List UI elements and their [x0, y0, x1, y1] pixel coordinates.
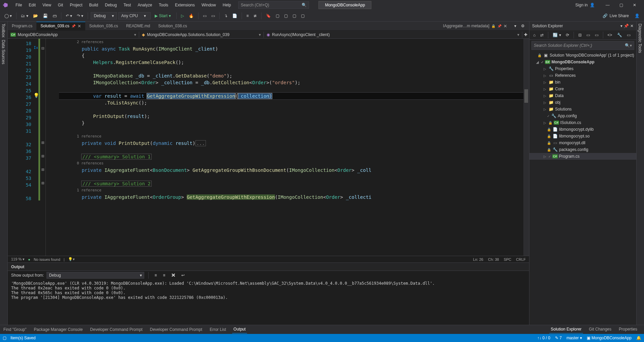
fold-toggle[interactable]: ⊟: [40, 45, 45, 52]
se-preview-icon[interactable]: ▭: [593, 32, 600, 38]
lightbulb-icon[interactable]: 💡: [33, 93, 38, 99]
tab-solution-039[interactable]: Solution_039.cs📌✕: [36, 22, 85, 30]
tab-overflow-button[interactable]: ▾: [513, 23, 518, 29]
toolbar-icon-1[interactable]: ▭: [201, 12, 208, 19]
sign-in-button[interactable]: Sign in👤: [575, 3, 595, 7]
menu-help[interactable]: Help: [219, 1, 235, 9]
menu-extensions[interactable]: Extensions: [172, 1, 198, 9]
start-debug-button[interactable]: ▶Start▾: [152, 12, 174, 19]
editor-vertical-scrollbar[interactable]: [523, 39, 529, 256]
btab-pmc[interactable]: Package Manager Console: [33, 326, 84, 333]
comment-out-button[interactable]: ≡: [245, 12, 250, 19]
fold-toggle[interactable]: ⊞: [40, 180, 45, 187]
btab-properties[interactable]: Properties: [617, 325, 639, 334]
se-showall-icon[interactable]: ▭: [585, 32, 592, 38]
output-clear-button[interactable]: 🗙: [170, 272, 177, 279]
platform-dropdown[interactable]: Any CPU▾: [118, 12, 151, 20]
nav-class-dropdown[interactable]: ◆MongoDBConsoleApp.Solutions.Solution_03…: [139, 32, 264, 38]
redo-button[interactable]: ↷ ▾: [75, 12, 85, 19]
char-indicator[interactable]: Ch: 38: [488, 257, 499, 261]
zoom-picker[interactable]: 119 % ▾: [11, 257, 25, 261]
hot-reload-button[interactable]: 🔥: [187, 12, 195, 19]
fold-toggle[interactable]: ⊞: [40, 153, 45, 160]
uncomment-button[interactable]: ≢: [252, 12, 258, 19]
status-errors[interactable]: ↑↓ 0 / 0: [537, 336, 550, 340]
output-source-dropdown[interactable]: Debug▾: [47, 272, 144, 279]
menu-test[interactable]: Test: [120, 1, 134, 9]
save-button[interactable]: 💾: [41, 12, 50, 19]
toolbar-icon-c[interactable]: ▢: [291, 12, 298, 19]
line-indicator[interactable]: Ln: 26: [473, 257, 484, 261]
toolbar-icon-d[interactable]: ▢: [299, 12, 306, 19]
menu-analyze[interactable]: Analyze: [134, 1, 156, 9]
pin-icon[interactable]: 📌: [497, 24, 501, 28]
nav-plus-button[interactable]: ✚: [522, 31, 529, 38]
panel-pin-icon[interactable]: 📌: [624, 24, 629, 28]
se-switch-views-icon[interactable]: ⇄: [539, 32, 545, 38]
lightbulb-icon[interactable]: 💡▾: [68, 257, 75, 261]
solution-tree[interactable]: 🔒▣Solution 'MongoDBConsoleApp' (1 of 1 p…: [529, 51, 636, 325]
app-name-button[interactable]: MongoDBConsoleApp: [318, 1, 371, 9]
config-dropdown[interactable]: Debug▾: [91, 12, 117, 20]
btab-errorlist[interactable]: Error List: [208, 326, 227, 333]
output-btn-2[interactable]: ≡: [161, 272, 167, 279]
window-minimize-button[interactable]: —: [601, 0, 614, 10]
menu-git[interactable]: Git: [55, 1, 66, 9]
status-flag-icon[interactable]: ▢: [3, 336, 6, 340]
undo-button[interactable]: ↶ ▾: [64, 12, 74, 19]
status-branch[interactable]: master ▾: [566, 336, 582, 340]
open-file-button[interactable]: 📂: [31, 12, 40, 19]
code-editor[interactable]: 18 19 20 21 22 23 24 25 26 27 28 29 30 3…: [8, 39, 529, 256]
tab-readme[interactable]: README.md: [122, 22, 154, 30]
close-tab-icon[interactable]: ✕: [78, 24, 81, 29]
account-icon[interactable]: 👤: [633, 12, 641, 19]
nav-project-dropdown[interactable]: C#MongoDBConsoleApp▾: [8, 32, 139, 38]
new-file-button[interactable]: 📄: [231, 12, 239, 19]
se-refresh-icon[interactable]: ⟳: [564, 32, 571, 38]
output-wrap-button[interactable]: ↩: [180, 272, 186, 279]
output-btn-1[interactable]: ≡: [153, 272, 158, 279]
eol-indicator[interactable]: CRLF: [516, 257, 526, 261]
btab-find[interactable]: Find "Group": [2, 326, 28, 333]
back-button[interactable]: ◯ ▾: [3, 12, 13, 19]
toolbar-icon-a[interactable]: ▢: [274, 12, 281, 19]
live-share-button[interactable]: 🔗Live Share: [603, 13, 629, 18]
btab-devcmd-1[interactable]: Developer Command Prompt: [89, 326, 144, 333]
fold-toggle[interactable]: ⊞: [40, 167, 45, 174]
start-without-debug-button[interactable]: ▷: [179, 12, 186, 19]
menu-project[interactable]: Project: [66, 1, 86, 9]
diagnostic-tools-sidebar-tab[interactable]: Diagnostic Tools: [636, 22, 644, 325]
btab-output[interactable]: Output: [232, 325, 247, 334]
menu-file[interactable]: File: [12, 1, 25, 9]
toolbar-icon-2[interactable]: ▭: [210, 12, 217, 19]
se-filter-icon[interactable]: ▭: [625, 32, 632, 38]
window-close-button[interactable]: ✕: [628, 0, 641, 10]
nav-member-dropdown[interactable]: ◉RunAsync(IMongoClient _client)▾: [264, 32, 522, 38]
new-item-button[interactable]: 🗂 ▾: [19, 12, 30, 19]
close-tab-icon[interactable]: ✕: [503, 24, 507, 29]
panel-close-icon[interactable]: ✕: [630, 24, 634, 28]
issues-label[interactable]: No issues found: [34, 257, 60, 261]
btab-git-changes[interactable]: Git Changes: [588, 325, 613, 334]
se-code-icon[interactable]: <>: [606, 32, 614, 38]
tab-program[interactable]: Program.cs: [8, 22, 36, 30]
btab-devcmd-2[interactable]: Developer Command Prompt: [149, 326, 204, 333]
menu-debug[interactable]: Debug: [101, 1, 120, 9]
tab-metadata[interactable]: IAggregate…m metadata]🔒📌✕: [439, 22, 511, 30]
output-text[interactable]: 'MongoDBConsoleApp.exe' (CLR v4.0.30319:…: [8, 280, 529, 325]
pin-icon[interactable]: 📌: [71, 24, 75, 28]
fold-toggle[interactable]: ⊞: [40, 140, 45, 147]
global-search-input[interactable]: Search (Ctrl+Q) 🔍: [238, 1, 309, 9]
menu-edit[interactable]: Edit: [25, 1, 39, 9]
panel-dropdown-icon[interactable]: ▾: [620, 24, 622, 28]
save-all-button[interactable]: 🗃: [51, 12, 58, 19]
solution-explorer-search[interactable]: Search Solution Explorer (Ctrl+;)🔍▾: [531, 41, 634, 50]
indent-indicator[interactable]: SPC: [504, 257, 512, 261]
menu-tools[interactable]: Tools: [155, 1, 172, 9]
btab-solution-explorer[interactable]: Solution Explorer: [549, 325, 583, 334]
menu-window[interactable]: Window: [198, 1, 219, 9]
status-changes[interactable]: ✎ 7: [555, 336, 562, 340]
implement-interface-indicator[interactable]: I↕: [33, 45, 38, 52]
window-maximize-button[interactable]: ▢: [614, 0, 628, 10]
bookmark-button[interactable]: 🔖: [264, 12, 273, 19]
